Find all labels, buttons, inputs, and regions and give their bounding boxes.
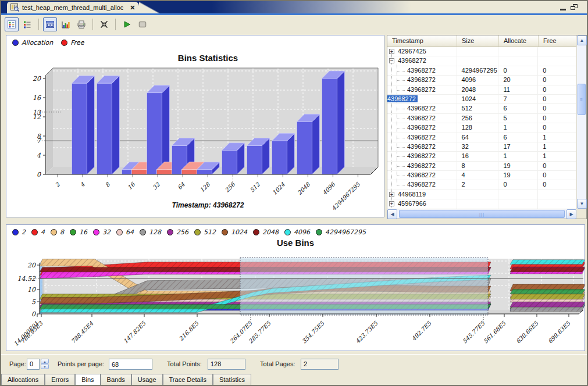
tree-guide (397, 185, 405, 185)
scroll-down-icon[interactable]: ▼ (577, 199, 587, 209)
footer-tab-usage[interactable]: Usage (131, 374, 163, 385)
bins-legend-label: Free (70, 39, 84, 47)
spinner-down-icon[interactable]: ▼ (41, 364, 49, 369)
minimize-icon[interactable] (560, 4, 566, 10)
x-axis-tick-label: 1024 (271, 181, 286, 196)
cell-size (457, 47, 499, 56)
table-row[interactable]: 43968272200 (387, 180, 576, 190)
use-bins-chart[interactable]: 05102014.5214.000E01786.95E3788.45E4147.… (6, 225, 585, 351)
vertical-scroll-thumb[interactable]: ≡ (578, 84, 586, 115)
footer-tab-statistics[interactable]: Statistics (213, 374, 251, 385)
spinner-up-icon[interactable]: ▲ (41, 359, 49, 364)
column-header-size[interactable]: Size (457, 35, 499, 47)
use-legend-label: 4096 (294, 228, 310, 236)
cell-free (538, 56, 576, 65)
expand-icon[interactable]: + (389, 192, 394, 197)
table-row[interactable]: 4396827212810 (387, 123, 576, 133)
cell-free (538, 47, 576, 56)
close-icon[interactable]: ✕ (130, 4, 135, 12)
use-legend-item: 512 (194, 228, 216, 236)
snapshot-button-disabled (136, 17, 149, 31)
allocation-bar[interactable] (112, 76, 120, 174)
page-spinner-value[interactable]: 0 (27, 359, 40, 370)
selection-overlay[interactable] (240, 258, 488, 315)
free-bar[interactable] (132, 170, 147, 174)
vertical-scrollbar[interactable]: ▲ ≡ ▼ (576, 35, 586, 209)
column-header-free[interactable]: Free (539, 35, 577, 47)
tree-guide (397, 176, 405, 176)
cell-free: 0 (538, 114, 576, 123)
bar-chart-button[interactable] (59, 17, 73, 31)
free-bar[interactable] (182, 170, 197, 174)
view-tab[interactable]: test_heap_mem_thread_multi_alloc ✕ (7, 2, 139, 13)
table-row[interactable]: 4396827225650 (387, 114, 576, 123)
page-spinner[interactable]: 0 ▲▼ (27, 359, 49, 370)
table-row[interactable]: 4396827251260 (387, 104, 576, 113)
use-legend-item: 2048 (253, 228, 279, 236)
horizontal-scrollbar[interactable]: ◀ ||| ▶ (387, 209, 576, 219)
table-row[interactable]: −43968272 (387, 56, 576, 66)
table-row[interactable]: 439682724190 (387, 171, 576, 180)
allocation-bar[interactable] (322, 78, 337, 174)
footer-tab-bands[interactable]: Bands (101, 374, 131, 385)
scroll-right-icon[interactable]: ▶ (566, 209, 576, 219)
horizontal-scroll-thumb[interactable]: ||| (399, 210, 565, 218)
cell-size: 4096 (457, 76, 499, 84)
print-button[interactable] (74, 17, 88, 31)
run-button[interactable] (120, 17, 134, 31)
allocation-bar[interactable] (87, 76, 95, 174)
column-header-timestamp[interactable]: Timestamp (387, 35, 457, 47)
scroll-left-icon[interactable]: ◀ (387, 209, 397, 219)
allocation-bar[interactable] (222, 151, 237, 174)
titlebar: test_heap_mem_thread_multi_alloc ✕ (1, 1, 587, 13)
collapse-all-button[interactable] (97, 17, 111, 31)
table-row[interactable]: 439682726461 (387, 133, 576, 142)
allocation-bar[interactable] (272, 141, 287, 174)
table-row[interactable]: 439682728190 (387, 162, 576, 171)
table-row[interactable]: +45967966 (387, 199, 576, 209)
points-per-page-input[interactable] (109, 359, 152, 370)
list-view-button[interactable] (20, 17, 34, 31)
allocation-bar[interactable] (247, 146, 262, 175)
table-row[interactable]: 439682724096200 (387, 76, 576, 85)
allocation-bar[interactable] (312, 114, 320, 174)
y-axis-tick-label: 0 (31, 310, 36, 318)
table-row[interactable]: 439682722048110 (387, 85, 576, 95)
cell-size: 32 (457, 142, 499, 151)
cell-timestamp: 43968272 (387, 180, 457, 189)
table-row[interactable]: +44968119 (387, 190, 576, 199)
collapse-icon[interactable]: − (389, 58, 394, 63)
table-row[interactable]: 4396827232171 (387, 142, 576, 152)
footer-tab-trace-details[interactable]: Trace Details (163, 374, 213, 385)
table-row[interactable]: 43968272429496729500 (387, 66, 576, 76)
timestamp-value: 43968272 (407, 171, 436, 178)
allocation-bar[interactable] (72, 83, 87, 174)
table-row[interactable]: +42967425 (387, 47, 576, 56)
scroll-up-icon[interactable]: ▲ (577, 35, 587, 45)
allocation-bar[interactable] (297, 121, 312, 174)
allocation-bar[interactable] (97, 83, 112, 174)
allocation-bar[interactable] (147, 93, 162, 174)
cell-allocate: 19 (498, 162, 538, 170)
cell-timestamp: −43968272 (387, 56, 457, 65)
free-bar[interactable] (157, 170, 172, 174)
footer-tab-allocations[interactable]: Allocations (1, 374, 45, 385)
expand-icon[interactable]: + (389, 201, 394, 206)
table-row[interactable]: 439682721611 (387, 152, 576, 161)
restore-icon[interactable] (571, 4, 579, 10)
overview-button[interactable] (43, 17, 57, 31)
cell-timestamp: 43968272 (387, 114, 457, 123)
column-header-allocate[interactable]: Allocate (499, 35, 539, 47)
footer-tab-bins[interactable]: Bins (75, 374, 100, 385)
footer-tab-errors[interactable]: Errors (45, 374, 75, 385)
expand-icon[interactable]: + (389, 49, 394, 54)
table-row[interactable]: 43968272102470 (387, 95, 576, 104)
allocation-bar[interactable] (162, 85, 170, 174)
bins-statistics-chart[interactable]: 0481216207132481632641282565121024204840… (6, 35, 384, 217)
app-window: test_heap_mem_thread_multi_alloc ✕ (0, 0, 588, 386)
x-axis-tick-label: 512 (249, 181, 262, 194)
allocation-bar[interactable] (337, 71, 345, 174)
use-legend-label: 16 (79, 228, 87, 236)
grid-view-button[interactable] (5, 17, 19, 31)
allocation-bar[interactable] (197, 170, 212, 174)
